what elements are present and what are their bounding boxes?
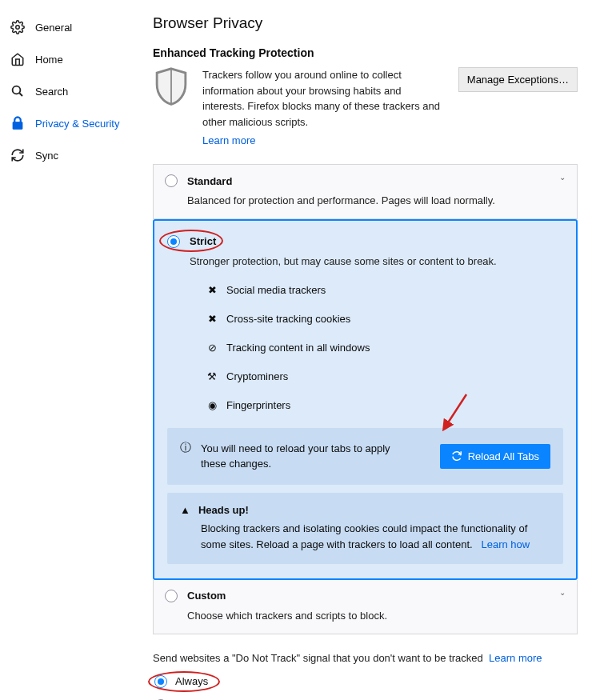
tracker-item: ⊘Tracking content in all windows: [206, 342, 563, 354]
card-standard[interactable]: ⌄ Standard Balanced for protection and p…: [153, 164, 578, 219]
learn-how-link[interactable]: Learn how: [481, 538, 530, 550]
sidebar-item-search[interactable]: Search: [0, 75, 140, 107]
fingerprint-icon: ◉: [206, 399, 218, 412]
search-icon: [10, 83, 26, 99]
sidebar-item-label: Sync: [35, 150, 58, 162]
sidebar-item-home[interactable]: Home: [0, 43, 140, 75]
manage-exceptions-button[interactable]: Manage Exceptions…: [458, 67, 578, 92]
gear-icon: [10, 19, 26, 35]
sidebar-item-privacy[interactable]: Privacy & Security: [0, 107, 140, 139]
card-title: Custom: [187, 590, 226, 602]
info-icon: ⓘ: [180, 441, 191, 455]
radio-strict[interactable]: [167, 235, 180, 248]
dnt-label: Send websites a "Do Not Track" signal th…: [153, 652, 578, 664]
card-custom[interactable]: ⌄ Custom Choose which trackers and scrip…: [153, 580, 578, 634]
radio-dnt-always[interactable]: [154, 675, 167, 688]
chevron-down-icon: ⌄: [559, 173, 566, 182]
sidebar: General Home Search Privacy & Security S…: [0, 0, 140, 700]
dnt-option-label: Always: [175, 675, 208, 687]
sync-icon: [10, 147, 26, 163]
card-desc: Choose which trackers and scripts to blo…: [187, 609, 566, 624]
etp-learn-more-link[interactable]: Learn more: [202, 134, 442, 146]
sidebar-item-sync[interactable]: Sync: [0, 139, 140, 171]
chevron-down-icon: ⌄: [559, 588, 566, 597]
card-strict[interactable]: Strict Stronger protection, but may caus…: [153, 219, 578, 580]
dnt-learn-more-link[interactable]: Learn more: [489, 652, 542, 664]
heads-up-box: ▲ Heads up! Blocking trackers and isolat…: [167, 493, 563, 564]
radio-custom[interactable]: [165, 590, 178, 602]
reload-icon: [451, 450, 462, 462]
svg-point-0: [16, 26, 20, 30]
page-title: Browser Privacy: [153, 14, 578, 32]
reload-all-tabs-button[interactable]: Reload All Tabs: [440, 444, 550, 469]
reload-info-text: You will need to reload your tabs to app…: [201, 441, 401, 472]
card-desc: Stronger protection, but may cause some …: [190, 254, 563, 270]
heads-title: Heads up!: [198, 504, 249, 516]
tracker-item: ◉Fingerprinters: [206, 399, 563, 412]
card-title: Standard: [187, 175, 232, 187]
home-icon: [10, 51, 26, 67]
thumbs-icon: ✖: [206, 284, 218, 297]
sidebar-item-label: Privacy & Security: [35, 118, 119, 130]
tracker-list: ✖Social media trackers ✖Cross-site track…: [206, 284, 563, 412]
tracking-icon: ⊘: [206, 342, 218, 354]
main-content: Browser Privacy Enhanced Tracking Protec…: [140, 0, 592, 700]
etp-description: Trackers follow you around online to col…: [202, 67, 442, 130]
svg-point-1: [13, 86, 21, 94]
dnt-option-always[interactable]: Always: [154, 675, 578, 688]
tracker-item: ⚒Cryptominers: [206, 370, 563, 383]
tracker-item: ✖Cross-site tracking cookies: [206, 313, 563, 326]
card-title: Strict: [190, 235, 216, 247]
sidebar-item-general[interactable]: General: [0, 11, 140, 43]
do-not-track-section: Send websites a "Do Not Track" signal th…: [153, 652, 578, 700]
tracker-item: ✖Social media trackers: [206, 284, 563, 297]
sidebar-item-label: Search: [35, 86, 68, 98]
sidebar-item-label: General: [35, 22, 72, 34]
warning-icon: ▲: [180, 504, 190, 516]
cookie-icon: ✖: [206, 313, 218, 326]
reload-info-box: ⓘ You will need to reload your tabs to a…: [167, 428, 563, 485]
card-desc: Balanced for protection and performance.…: [187, 194, 566, 209]
lock-icon: [10, 115, 26, 131]
sidebar-item-label: Home: [35, 54, 63, 66]
radio-standard[interactable]: [165, 174, 178, 187]
shield-icon: [153, 67, 190, 107]
heads-desc: Blocking trackers and isolating cookies …: [201, 521, 550, 553]
etp-heading: Enhanced Tracking Protection: [153, 46, 578, 59]
crypto-icon: ⚒: [206, 370, 218, 383]
